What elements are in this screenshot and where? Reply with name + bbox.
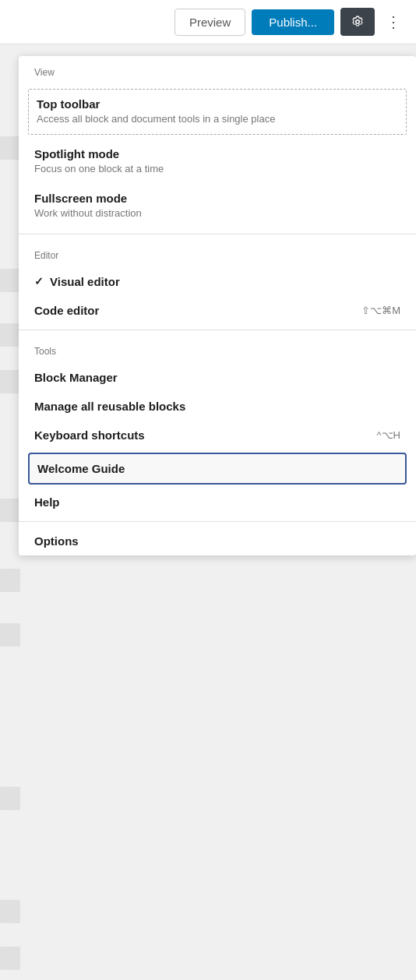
bg-block-8 — [0, 787, 20, 810]
bg-block-10 — [0, 947, 20, 970]
bg-block-2 — [0, 269, 20, 292]
fullscreen-mode-title: Fullscreen mode — [34, 192, 400, 205]
spotlight-mode-title: Spotlight mode — [34, 147, 400, 160]
code-editor-shortcut: ⇧⌥⌘M — [361, 305, 400, 316]
top-toolbar-item[interactable]: Top toolbar Access all block and documen… — [28, 89, 407, 135]
keyboard-shortcuts-shortcut: ^⌥H — [377, 429, 401, 441]
publish-button[interactable]: Publish... — [252, 9, 334, 35]
bg-block-6 — [0, 569, 20, 592]
welcome-guide-item[interactable]: Welcome Guide — [28, 453, 407, 485]
gear-icon — [350, 14, 365, 30]
more-dots-icon: ⋮ — [386, 13, 402, 30]
divider-3 — [19, 521, 416, 522]
editor-section-label: Editor — [19, 239, 416, 267]
visual-editor-title: ✓ Visual editor — [34, 275, 400, 288]
visual-editor-item[interactable]: ✓ Visual editor — [19, 267, 416, 296]
preview-button[interactable]: Preview — [175, 9, 245, 36]
bg-block-4 — [0, 370, 20, 393]
bg-block-9 — [0, 900, 20, 923]
help-title: Help — [34, 495, 400, 509]
code-editor-title: Code editor — [34, 304, 400, 317]
block-manager-title: Block Manager — [34, 371, 400, 384]
help-item[interactable]: Help — [19, 488, 416, 516]
manage-reusable-title: Manage all reusable blocks — [34, 400, 400, 413]
options-title: Options — [34, 534, 400, 548]
more-options-button[interactable]: ⋮ — [381, 9, 407, 34]
bg-block-7 — [0, 623, 20, 647]
tools-section-label: Tools — [19, 335, 416, 363]
manage-reusable-item[interactable]: Manage all reusable blocks — [19, 392, 416, 421]
spotlight-mode-item[interactable]: Spotlight mode Focus on one block at a t… — [19, 139, 416, 184]
top-toolbar-title: Top toolbar — [37, 97, 398, 111]
bg-block-3 — [0, 323, 20, 347]
top-toolbar: Preview Publish... ⋮ — [0, 0, 416, 44]
dropdown-menu: View Top toolbar Access all block and do… — [19, 56, 416, 555]
welcome-guide-title: Welcome Guide — [37, 462, 397, 475]
checkmark-icon: ✓ — [34, 275, 44, 287]
options-item[interactable]: Options — [19, 527, 416, 555]
bg-block-1 — [0, 136, 20, 160]
keyboard-shortcuts-title: Keyboard shortcuts — [34, 428, 400, 442]
code-editor-item[interactable]: Code editor ⇧⌥⌘M — [19, 296, 416, 325]
divider-1 — [19, 234, 416, 234]
fullscreen-mode-item[interactable]: Fullscreen mode Work without distraction — [19, 184, 416, 228]
view-section-label: View — [19, 56, 416, 84]
keyboard-shortcuts-item[interactable]: Keyboard shortcuts ^⌥H — [19, 421, 416, 449]
fullscreen-mode-desc: Work without distraction — [34, 206, 400, 220]
settings-button[interactable] — [340, 8, 375, 36]
top-toolbar-desc: Access all block and document tools in a… — [37, 112, 398, 126]
block-manager-item[interactable]: Block Manager — [19, 363, 416, 392]
divider-2 — [19, 330, 416, 330]
spotlight-mode-desc: Focus on one block at a time — [34, 162, 400, 176]
bg-block-5 — [0, 499, 20, 522]
